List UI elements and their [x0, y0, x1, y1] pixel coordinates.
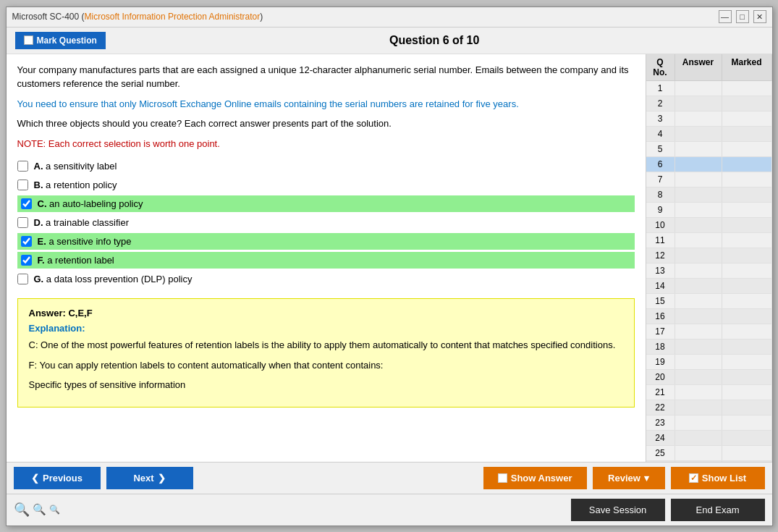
mark-question-button[interactable]: Mark Question: [15, 32, 106, 49]
maximize-button[interactable]: □: [736, 10, 749, 23]
sidebar-cell-answer-22: [675, 400, 722, 415]
option-item-c[interactable]: C. an auto-labeling policy: [17, 195, 635, 212]
window-controls: — □ ✕: [719, 10, 766, 23]
sidebar-row-4[interactable]: 4: [646, 127, 772, 142]
option-item-e[interactable]: E. a sensitive info type: [17, 233, 635, 250]
show-list-label: Show List: [702, 473, 746, 484]
sidebar-cell-marked-9: [722, 203, 772, 217]
option-item-a[interactable]: A. a sensitivity label: [17, 158, 635, 174]
previous-label: Previous: [43, 473, 83, 484]
sidebar-cell-num-8: 8: [646, 187, 675, 202]
sidebar-cell-marked-23: [722, 415, 772, 430]
option-checkbox-e[interactable]: [21, 236, 32, 247]
sidebar-cell-num-24: 24: [646, 431, 675, 445]
sidebar-row-6[interactable]: 6: [646, 157, 772, 172]
sidebar-row-20[interactable]: 20: [646, 370, 772, 385]
sidebar-cell-num-6: 6: [646, 157, 675, 172]
sidebar-row-24[interactable]: 24: [646, 431, 772, 446]
option-item-b[interactable]: B. a retention policy: [17, 177, 635, 193]
sidebar-cell-num-21: 21: [646, 385, 675, 400]
option-checkbox-b[interactable]: [17, 180, 28, 190]
window-title-link[interactable]: Microsoft Information Protection Adminis…: [85, 12, 261, 22]
sidebar-cell-answer-1: [675, 81, 722, 96]
explanation-label: Explanation:: [29, 323, 623, 334]
minimize-button[interactable]: —: [719, 10, 732, 23]
zoom-normal-button[interactable]: 🔍: [33, 502, 46, 518]
sidebar-row-9[interactable]: 9: [646, 203, 772, 218]
sidebar-row-2[interactable]: 2: [646, 96, 772, 111]
mark-checkbox-icon: [24, 35, 33, 45]
mark-question-label: Mark Question: [37, 35, 97, 46]
option-checkbox-d[interactable]: [17, 217, 28, 228]
sidebar-row-3[interactable]: 3: [646, 111, 772, 127]
footer-nav: Previous Next Show Answer Review Show Li…: [7, 462, 772, 494]
show-list-checkbox-icon: [689, 473, 698, 483]
close-button[interactable]: ✕: [753, 10, 766, 23]
zoom-out-button[interactable]: 🔍: [49, 502, 60, 518]
sidebar-cell-marked-7: [722, 172, 772, 187]
next-arrow-icon: [158, 473, 166, 484]
previous-button[interactable]: Previous: [14, 467, 101, 489]
sidebar-cell-answer-17: [675, 324, 722, 339]
sidebar-row-8[interactable]: 8: [646, 187, 772, 203]
sidebar-cell-marked-18: [722, 339, 772, 354]
sidebar-cell-marked-3: [722, 111, 772, 126]
sidebar-row-22[interactable]: 22: [646, 400, 772, 415]
sidebar-cell-marked-13: [722, 263, 772, 278]
sidebar-row-15[interactable]: 15: [646, 294, 772, 309]
show-answer-button[interactable]: Show Answer: [483, 467, 587, 489]
sidebar-row-23[interactable]: 23: [646, 415, 772, 431]
sidebar-row-5[interactable]: 5: [646, 142, 772, 157]
zoom-in-button[interactable]: 🔍: [14, 502, 30, 518]
sidebar-row-10[interactable]: 10: [646, 218, 772, 233]
sidebar-row-16[interactable]: 16: [646, 309, 772, 324]
header-row: Mark Question Question 6 of 10: [7, 28, 772, 54]
answer-text2: F: You can apply retention labels to con…: [29, 358, 623, 373]
sidebar-rows: 1234567891011121314151617181920212223242…: [646, 81, 772, 462]
option-checkbox-c[interactable]: [21, 198, 32, 209]
sidebar-row-21[interactable]: 21: [646, 385, 772, 400]
sidebar-cell-marked-19: [722, 355, 772, 369]
sidebar-row-13[interactable]: 13: [646, 263, 772, 279]
option-label-a: A. a sensitivity label: [34, 161, 117, 172]
sidebar-cell-answer-25: [675, 446, 722, 460]
window-title: Microsoft SC-400 (Microsoft Information …: [12, 12, 263, 22]
sidebar-cell-marked-16: [722, 309, 772, 324]
sidebar-row-19[interactable]: 19: [646, 355, 772, 370]
show-list-button[interactable]: Show List: [671, 467, 765, 489]
sidebar-cell-marked-5: [722, 142, 772, 156]
option-checkbox-g[interactable]: [17, 274, 28, 284]
option-item-d[interactable]: D. a trainable classifier: [17, 214, 635, 231]
option-checkbox-f[interactable]: [21, 255, 32, 266]
sidebar-row-11[interactable]: 11: [646, 233, 772, 248]
sidebar-row-1[interactable]: 1: [646, 81, 772, 96]
review-button[interactable]: Review: [593, 467, 665, 489]
sidebar-cell-num-5: 5: [646, 142, 675, 156]
question-area: Your company manufactures parts that are…: [7, 54, 646, 462]
prev-arrow-icon: [31, 473, 39, 484]
sidebar-cell-num-25: 25: [646, 446, 675, 460]
sidebar-row-25[interactable]: 25: [646, 446, 772, 461]
option-checkbox-a[interactable]: [17, 161, 28, 172]
save-session-button[interactable]: Save Session: [571, 499, 665, 521]
sidebar-row-17[interactable]: 17: [646, 324, 772, 339]
option-item-g[interactable]: G. a data loss prevention (DLP) policy: [17, 271, 635, 287]
sidebar-col-marked: Marked: [722, 54, 772, 80]
end-exam-button[interactable]: End Exam: [671, 499, 765, 521]
sidebar-cell-num-11: 11: [646, 233, 675, 248]
sidebar-row-14[interactable]: 14: [646, 279, 772, 294]
sidebar-cell-num-7: 7: [646, 172, 675, 187]
sidebar-cell-marked-25: [722, 446, 772, 460]
sidebar-cell-answer-4: [675, 127, 722, 141]
sidebar-row-18[interactable]: 18: [646, 339, 772, 355]
sidebar-row-7[interactable]: 7: [646, 172, 772, 187]
show-answer-checkbox-icon: [498, 473, 507, 483]
sidebar-row-12[interactable]: 12: [646, 248, 772, 263]
sidebar-cell-num-12: 12: [646, 248, 675, 263]
option-label-g: G. a data loss prevention (DLP) policy: [34, 274, 193, 284]
option-item-f[interactable]: F. a retention label: [17, 252, 635, 269]
next-button[interactable]: Next: [106, 467, 193, 489]
footer-bottom: 🔍 🔍 🔍 Save Session End Exam: [7, 494, 772, 525]
sidebar-cell-num-19: 19: [646, 355, 675, 369]
sidebar-cell-answer-15: [675, 294, 722, 308]
